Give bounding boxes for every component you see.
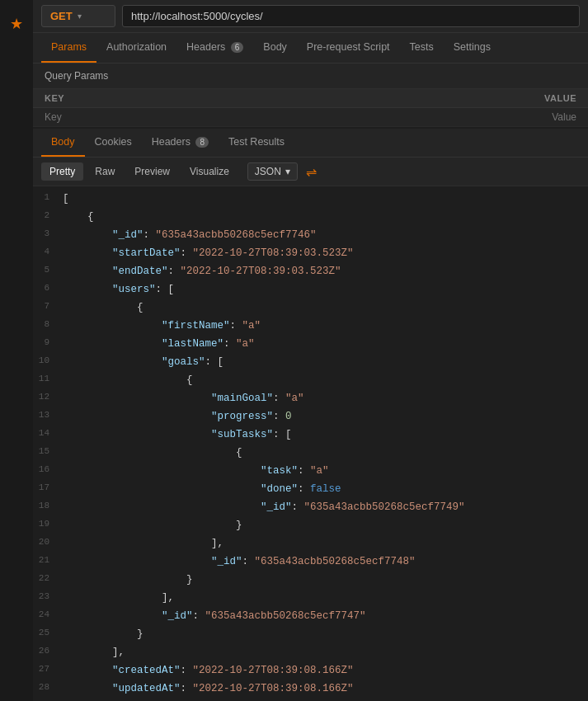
chevron-down-icon: ▾: [285, 166, 290, 177]
chevron-down-icon: ▾: [78, 12, 82, 21]
line-number: 14: [33, 426, 63, 441]
method-dropdown[interactable]: GET ▾: [41, 5, 115, 27]
params-input-row: [33, 108, 588, 127]
json-line: 10 "goals": [: [33, 353, 588, 371]
json-line: 26 ],: [33, 643, 588, 661]
line-content: {: [63, 445, 588, 461]
json-line: 5 "endDate": "2022-10-27T08:39:03.523Z": [33, 262, 588, 280]
line-number: 19: [33, 517, 63, 532]
json-line: 24 "_id": "635a43acbb50268c5ecf7747": [33, 607, 588, 625]
response-tabs: Body Cookies Headers 8 Test Results: [33, 129, 588, 158]
line-number: 7: [33, 299, 63, 314]
key-input[interactable]: [45, 111, 311, 123]
json-line: 29 "__v": 0: [33, 698, 588, 701]
line-content: "startDate": "2022-10-27T08:39:03.523Z": [63, 245, 588, 261]
format-raw-button[interactable]: Raw: [87, 162, 123, 181]
format-bar: Pretty Raw Preview Visualize JSON ▾ ⇌: [33, 158, 588, 186]
line-content: {: [63, 372, 588, 388]
json-line: 19 }: [33, 516, 588, 534]
json-line: 3 "_id": "635a43acbb50268c5ecf7746": [33, 226, 588, 244]
line-number: 6: [33, 281, 63, 296]
json-line: 6 "users": [: [33, 280, 588, 299]
line-number: 26: [33, 644, 63, 659]
line-content: "task": "a": [63, 463, 588, 479]
line-number: 28: [33, 680, 63, 695]
tab-params[interactable]: Params: [41, 33, 96, 63]
tab-response-headers[interactable]: Headers 8: [142, 129, 219, 157]
line-content: "done": false: [63, 481, 588, 497]
json-line: 12 "mainGoal": "a": [33, 389, 588, 407]
line-content: "users": [: [63, 281, 588, 298]
format-pretty-button[interactable]: Pretty: [41, 162, 83, 181]
line-content: "mainGoal": "a": [63, 390, 588, 407]
line-number: 11: [33, 372, 63, 387]
query-params-title: Query Params: [33, 64, 588, 89]
line-number: 20: [33, 535, 63, 550]
json-line: 20 ],: [33, 534, 588, 553]
line-number: 18: [33, 499, 63, 514]
line-content: "_id": "635a43acbb50268c5ecf7748": [63, 553, 588, 570]
json-line: 16 "task": "a": [33, 462, 588, 480]
json-line: 28 "updatedAt": "2022-10-27T08:39:08.166…: [33, 680, 588, 698]
value-input[interactable]: [311, 111, 577, 123]
headers-badge: 6: [231, 42, 244, 53]
json-line: 23 ],: [33, 589, 588, 607]
line-number: 24: [33, 608, 63, 623]
line-content: ],: [63, 644, 588, 661]
json-line: 8 "firstName": "a": [33, 317, 588, 335]
tab-test-results[interactable]: Test Results: [219, 129, 294, 157]
json-line: 21 "_id": "635a43acbb50268c5ecf7748": [33, 553, 588, 571]
json-line: 11 {: [33, 371, 588, 389]
line-content: "endDate": "2022-10-27T08:39:03.523Z": [63, 263, 588, 280]
tab-response-body[interactable]: Body: [41, 129, 85, 157]
json-type-dropdown[interactable]: JSON ▾: [247, 162, 298, 181]
json-line: 18 "_id": "635a43acbb50268c5ecf7749": [33, 498, 588, 516]
line-number: 27: [33, 662, 63, 677]
url-input[interactable]: [122, 5, 580, 27]
tab-headers[interactable]: Headers 6: [176, 33, 253, 63]
json-line: 27 "createdAt": "2022-10-27T08:39:08.166…: [33, 661, 588, 680]
line-number: 5: [33, 263, 63, 278]
key-column-header: KEY: [45, 93, 477, 103]
line-content: "progress": 0: [63, 408, 588, 425]
tab-cookies[interactable]: Cookies: [85, 129, 142, 157]
line-number: 22: [33, 572, 63, 586]
line-number: 15: [33, 445, 63, 459]
sidebar: ★: [0, 0, 33, 701]
value-column-header: VALUE: [477, 93, 576, 103]
tab-body[interactable]: Body: [253, 33, 297, 63]
line-content: "updatedAt": "2022-10-27T08:39:08.166Z": [63, 680, 588, 697]
tab-authorization[interactable]: Authorization: [96, 33, 176, 63]
star-icon: ★: [10, 15, 23, 701]
line-content: "createdAt": "2022-10-27T08:39:08.166Z": [63, 662, 588, 679]
json-line: 17 "done": false: [33, 480, 588, 498]
format-visualize-button[interactable]: Visualize: [181, 162, 238, 181]
line-content: "_id": "635a43acbb50268c5ecf7746": [63, 227, 588, 243]
line-number: 17: [33, 481, 63, 496]
json-line: 4 "startDate": "2022-10-27T08:39:03.523Z…: [33, 244, 588, 262]
line-content: "_id": "635a43acbb50268c5ecf7749": [63, 499, 588, 515]
format-preview-button[interactable]: Preview: [126, 162, 178, 181]
tab-settings[interactable]: Settings: [444, 33, 501, 63]
json-line: 13 "progress": 0: [33, 407, 588, 426]
wrap-text-icon[interactable]: ⇌: [306, 164, 317, 180]
json-line: 25 }: [33, 625, 588, 643]
line-content: "lastName": "a": [63, 336, 588, 352]
tab-tests[interactable]: Tests: [400, 33, 444, 63]
line-content: ],: [63, 590, 588, 606]
params-header: KEY VALUE: [33, 89, 588, 108]
line-number: 4: [33, 245, 63, 260]
json-line: 22 }: [33, 571, 588, 589]
response-headers-badge: 8: [195, 137, 209, 148]
line-number: 10: [33, 354, 63, 369]
line-content: "_id": "635a43acbb50268c5ecf7747": [63, 608, 588, 624]
line-number: 16: [33, 463, 63, 478]
json-line: 9 "lastName": "a": [33, 335, 588, 353]
json-line: 1[: [33, 190, 588, 208]
line-number: 13: [33, 408, 63, 423]
line-number: 8: [33, 318, 63, 332]
line-content: }: [63, 626, 588, 642]
json-line: 14 "subTasks": [: [33, 426, 588, 444]
json-type-label: JSON: [255, 166, 281, 177]
tab-prerequest[interactable]: Pre-request Script: [297, 33, 400, 63]
